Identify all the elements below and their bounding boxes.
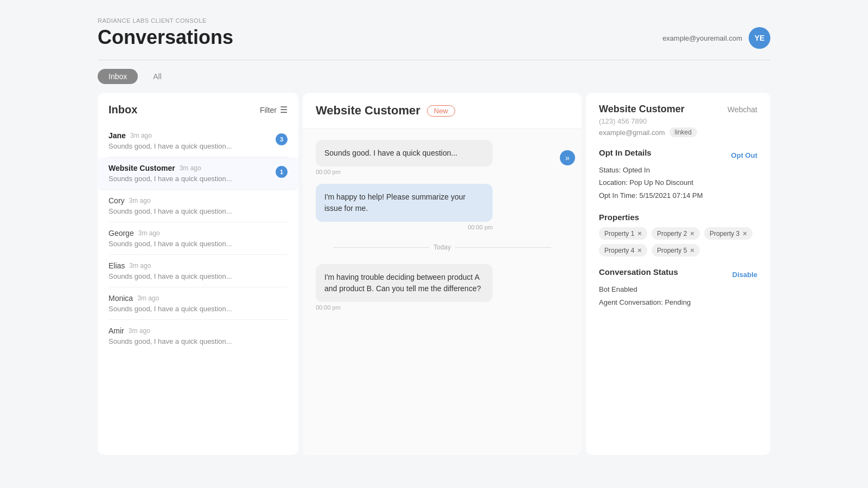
message-time: 00:00 pm [316,224,493,230]
avatar[interactable]: YE [749,27,770,49]
conv-name: Website Customer [108,164,175,172]
message-wrapper: I'm having trouble deciding between prod… [316,264,569,311]
opt-in-location: Location: Pop Up No Discount [599,176,757,189]
list-item[interactable]: Elias 3m ago Sounds good, I have a quick… [108,255,288,287]
conv-preview: Sounds good, I have a quick question... [108,272,288,280]
conv-preview: Sounds good, I have a quick question... [108,240,288,248]
opt-in-title: Opt In Details [599,148,652,157]
status-section-title: Conversation Status [599,267,678,277]
list-item[interactable]: Website Customer 3m ago Sounds good, I h… [98,157,298,190]
conv-time: 3m ago [129,327,150,335]
property-tag: Property 2 × [652,227,700,240]
list-item[interactable]: Cory 3m ago Sounds good, I have a quick … [108,190,288,222]
message-time: 00:00 pm [316,304,569,311]
conv-time: 3m ago [180,164,201,172]
conv-name: Amir [108,326,124,335]
new-status-badge: New [427,105,455,117]
inbox-title: Inbox [108,104,137,116]
conversation-status-section: Conversation Status Disable Bot Enabled … [599,267,757,309]
conv-preview: Sounds good, I have a quick question... [108,305,288,313]
opt-in-status: Status: Opted In [599,164,757,176]
property-remove-icon[interactable]: × [690,229,694,237]
property-label: Property 5 [657,247,687,254]
tab-inbox[interactable]: Inbox [98,69,138,84]
chat-contact-name: Website Customer [316,104,420,118]
conv-name: George [108,229,134,237]
message-time: 00:00 pm [316,169,569,175]
property-tag: Property 1 × [599,227,647,240]
details-email: example@gmail.com [599,129,665,137]
unread-badge: 1 [276,166,288,178]
conv-name: Cory [108,196,125,205]
property-tag: Property 4 × [599,244,647,256]
chat-messages: Sounds good. I have a quick question... … [303,129,582,455]
properties-section: Properties Property 1 × Property 2 × Pro… [599,213,757,256]
list-item[interactable]: Monica 3m ago Sounds good, I have a quic… [108,287,288,320]
details-contact-name: Website Customer [599,104,685,115]
details-phone: (123) 456 7890 [599,117,757,125]
conv-preview: Sounds good, I have a quick question... [108,142,276,150]
agent-status: Agent Conversation: Pending [599,296,757,309]
message-bubble: Sounds good. I have a quick question... [316,140,493,166]
list-item[interactable]: Jane 3m ago Sounds good, I have a quick … [108,125,288,157]
conv-time: 3m ago [129,197,151,204]
property-label: Property 1 [604,230,634,237]
property-label: Property 3 [710,230,739,237]
conv-preview: Sounds good, I have a quick question... [108,337,288,345]
property-remove-icon[interactable]: × [690,246,694,254]
chat-header: Website Customer New [303,93,582,129]
tab-all[interactable]: All [142,69,173,84]
property-tag: Property 3 × [704,227,752,240]
property-tag: Property 5 × [652,244,700,256]
conv-preview: Sounds good, I have a quick question... [108,175,276,183]
conv-name: Elias [108,261,125,270]
opt-in-time: Opt In Time: 5/15/2021 07:14 PM [599,189,757,202]
opt-out-button[interactable]: Opt Out [731,151,757,159]
conv-name: Monica [108,294,133,303]
date-divider: Today [316,243,569,251]
inbox-panel: Inbox Filter ☰ Jane 3m ago Sounds good, … [98,93,298,455]
linked-badge: linked [669,127,697,137]
brand-label: RADIANCE LABS CLIENT CONSOLE [98,17,233,24]
opt-in-section: Opt In Details Opt Out Status: Opted In … [599,148,757,202]
user-email: example@youremail.com [662,34,742,42]
properties-tags: Property 1 × Property 2 × Property 3 × P… [599,227,757,256]
details-panel: Website Customer Webchat (123) 456 7890 … [586,93,770,455]
property-remove-icon[interactable]: × [637,229,642,237]
disable-button[interactable]: Disable [732,271,757,279]
message-bubble: I'm happy to help! Please summarize your… [316,184,493,222]
property-label: Property 2 [657,230,687,237]
property-remove-icon[interactable]: × [637,246,642,254]
property-label: Property 4 [604,247,634,254]
message-bubble: I'm having trouble deciding between prod… [316,264,493,302]
filter-icon: ☰ [280,105,288,115]
bot-status: Bot Enabled [599,283,757,296]
details-channel: Webchat [727,105,757,114]
page-title: Conversations [98,26,233,49]
unread-badge: 3 [276,133,288,145]
chat-panel: Website Customer New Sounds good. I have… [303,93,582,455]
conv-preview: Sounds good, I have a quick question... [108,207,288,215]
conv-time: 3m ago [130,132,152,139]
list-item[interactable]: Amir 3m ago Sounds good, I have a quick … [108,320,288,352]
tab-bar: Inbox All [0,60,868,84]
conv-name: Jane [108,131,126,140]
conv-time: 3m ago [137,294,159,302]
conv-time: 3m ago [129,262,151,269]
filter-label: Filter [260,106,277,114]
message-wrapper: Sounds good. I have a quick question... … [316,140,569,175]
property-remove-icon[interactable]: × [743,229,747,237]
properties-title: Properties [599,213,757,222]
list-item[interactable]: George 3m ago Sounds good, I have a quic… [108,222,288,255]
forward-button[interactable]: » [560,150,575,165]
message-wrapper: I'm happy to help! Please summarize your… [316,184,569,230]
filter-button[interactable]: Filter ☰ [260,105,288,115]
conv-time: 3m ago [138,229,160,237]
